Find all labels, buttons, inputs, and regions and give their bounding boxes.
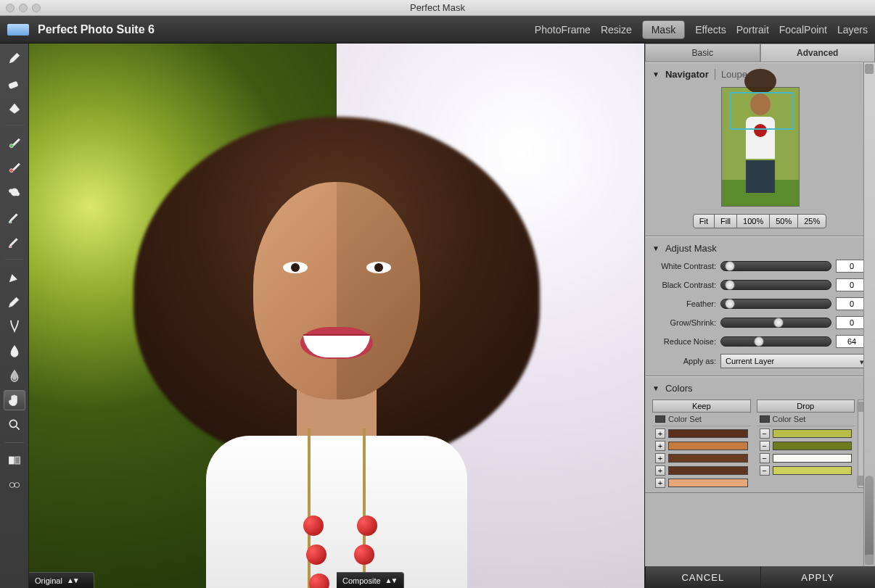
navigator-viewport[interactable] bbox=[729, 92, 793, 130]
nav-resize[interactable]: Resize bbox=[601, 24, 632, 36]
color-swatch[interactable] bbox=[668, 479, 748, 487]
dropdown-icon: ▲▼ bbox=[385, 576, 397, 584]
blur-tool-icon[interactable] bbox=[4, 341, 25, 361]
svg-point-11 bbox=[9, 483, 15, 488]
zoom-100-button[interactable]: 100% bbox=[736, 214, 770, 228]
zoom-25-button[interactable]: 25% bbox=[797, 214, 826, 228]
drop-swatch-row: − bbox=[757, 441, 855, 451]
swatch-add-button[interactable]: + bbox=[655, 478, 665, 488]
action-footer: CANCEL APPLY bbox=[645, 566, 875, 588]
nav-layers[interactable]: Layers bbox=[837, 24, 868, 36]
drop-eyedropper-icon[interactable] bbox=[4, 231, 25, 252]
refine-brush-icon[interactable] bbox=[4, 291, 25, 312]
bucket-tool-icon[interactable] bbox=[4, 97, 25, 117]
color-swatch[interactable] bbox=[773, 429, 853, 438]
canvas-compare-view[interactable]: Original▲▼ Composite▲▼ bbox=[29, 44, 644, 588]
compare-view-icon[interactable] bbox=[4, 450, 25, 471]
drop-swatch-row: − bbox=[757, 428, 855, 439]
black-contrast-slider[interactable] bbox=[720, 280, 831, 290]
nav-portrait[interactable]: Portrait bbox=[736, 24, 769, 36]
color-swatch[interactable] bbox=[668, 466, 748, 475]
zoom-tool-icon[interactable] bbox=[4, 415, 25, 435]
nav-mask[interactable]: Mask bbox=[642, 20, 685, 39]
zoom-fill-button[interactable]: Fill bbox=[714, 214, 737, 228]
swatch-add-button[interactable]: + bbox=[655, 453, 665, 463]
navigator-panel: ▼NavigatorLoupe Fit Fill 100% 50% 25% bbox=[645, 62, 875, 236]
drop-swatch-row: − bbox=[757, 453, 855, 463]
disclosure-icon[interactable]: ▼ bbox=[652, 244, 660, 252]
disclosure-icon[interactable]: ▼ bbox=[652, 384, 660, 392]
eraser-tool-icon[interactable] bbox=[4, 73, 25, 93]
scroll-down-icon[interactable] bbox=[865, 555, 874, 565]
grow-shrink-slider[interactable] bbox=[720, 318, 831, 328]
colors-title: Colors bbox=[665, 383, 693, 394]
blob-brush-icon[interactable] bbox=[4, 182, 25, 202]
tool-sidebar bbox=[0, 44, 29, 588]
navigator-thumbnail[interactable] bbox=[721, 87, 800, 207]
hand-tool-icon[interactable] bbox=[4, 390, 25, 410]
pen-tool-icon[interactable] bbox=[4, 267, 25, 287]
color-set-icon bbox=[760, 415, 770, 423]
apply-button[interactable]: APPLY bbox=[760, 566, 876, 588]
tab-basic[interactable]: Basic bbox=[645, 44, 760, 62]
swatch-remove-button[interactable]: − bbox=[760, 453, 770, 463]
disclosure-icon[interactable]: ▼ bbox=[652, 70, 660, 78]
color-swatch[interactable] bbox=[773, 466, 853, 475]
feather-slider[interactable] bbox=[720, 299, 831, 309]
onone-logo-icon bbox=[7, 24, 29, 36]
reduce-noise-slider[interactable] bbox=[720, 336, 831, 347]
drop-color-set[interactable]: Color Set bbox=[773, 415, 806, 423]
zoom-50-button[interactable]: 50% bbox=[769, 214, 798, 228]
panel-scrollbar[interactable] bbox=[863, 62, 875, 566]
chisel-tool-icon[interactable] bbox=[4, 316, 25, 336]
brush-tool-icon[interactable] bbox=[4, 48, 25, 68]
keep-eyedropper-icon[interactable] bbox=[4, 207, 25, 227]
keep-swatch-row: + bbox=[652, 465, 751, 476]
swatch-add-button[interactable]: + bbox=[655, 441, 665, 451]
keep-header[interactable]: Keep bbox=[652, 399, 751, 413]
swatch-remove-button[interactable]: − bbox=[760, 441, 770, 451]
tab-advanced[interactable]: Advanced bbox=[760, 44, 876, 62]
adjust-title: Adjust Mask bbox=[665, 243, 717, 254]
color-swatch[interactable] bbox=[668, 429, 748, 438]
nav-focalpoint[interactable]: FocalPoint bbox=[779, 24, 827, 36]
swatch-add-button[interactable]: + bbox=[655, 465, 665, 476]
swatch-add-button[interactable]: + bbox=[655, 428, 665, 439]
apply-as-select[interactable]: Current Layer bbox=[720, 354, 868, 368]
preview-goggles-icon[interactable] bbox=[4, 475, 25, 495]
svg-rect-7 bbox=[9, 247, 11, 248]
swatch-remove-button[interactable]: − bbox=[760, 428, 770, 439]
drop-header[interactable]: Drop bbox=[757, 399, 855, 413]
loupe-tab[interactable]: Loupe bbox=[715, 69, 747, 80]
nav-effects[interactable]: Effects bbox=[695, 24, 726, 36]
white-contrast-slider[interactable] bbox=[720, 261, 831, 271]
scroll-up-icon[interactable] bbox=[865, 64, 874, 74]
color-swatch[interactable] bbox=[773, 454, 853, 463]
keep-swatch-row: + bbox=[652, 441, 751, 451]
keep-color-set[interactable]: Color Set bbox=[668, 415, 702, 423]
composite-pane: Composite▲▼ bbox=[337, 44, 644, 588]
keep-swatch-row: + bbox=[652, 428, 751, 439]
nav-photoframe[interactable]: PhotoFrame bbox=[535, 24, 591, 36]
swatch-remove-button[interactable]: − bbox=[760, 465, 770, 476]
color-swatch[interactable] bbox=[668, 454, 748, 463]
original-label: Original bbox=[35, 576, 62, 585]
smudge-tool-icon[interactable] bbox=[4, 365, 25, 386]
composite-view-selector[interactable]: Composite▲▼ bbox=[337, 572, 404, 588]
window-title: Perfect Mask bbox=[0, 2, 875, 13]
drop-brush-icon[interactable] bbox=[4, 157, 25, 178]
original-view-selector[interactable]: Original▲▼ bbox=[29, 572, 94, 588]
svg-point-5 bbox=[15, 192, 19, 196]
adjust-mask-panel: ▼Adjust Mask White Contrast:0 Black Cont… bbox=[645, 236, 875, 376]
svg-rect-10 bbox=[15, 457, 20, 464]
svg-rect-6 bbox=[9, 222, 11, 223]
feather-label: Feather: bbox=[652, 299, 716, 308]
side-panel: Basic Advanced ▼NavigatorLoupe Fit Fill … bbox=[644, 44, 875, 588]
color-swatch[interactable] bbox=[773, 442, 853, 450]
keep-brush-icon[interactable] bbox=[4, 133, 25, 153]
scroll-thumb[interactable] bbox=[865, 476, 874, 563]
zoom-fit-button[interactable]: Fit bbox=[693, 214, 715, 228]
cancel-button[interactable]: CANCEL bbox=[645, 566, 760, 588]
color-swatch[interactable] bbox=[668, 442, 748, 450]
keep-swatch-row: + bbox=[652, 453, 751, 463]
